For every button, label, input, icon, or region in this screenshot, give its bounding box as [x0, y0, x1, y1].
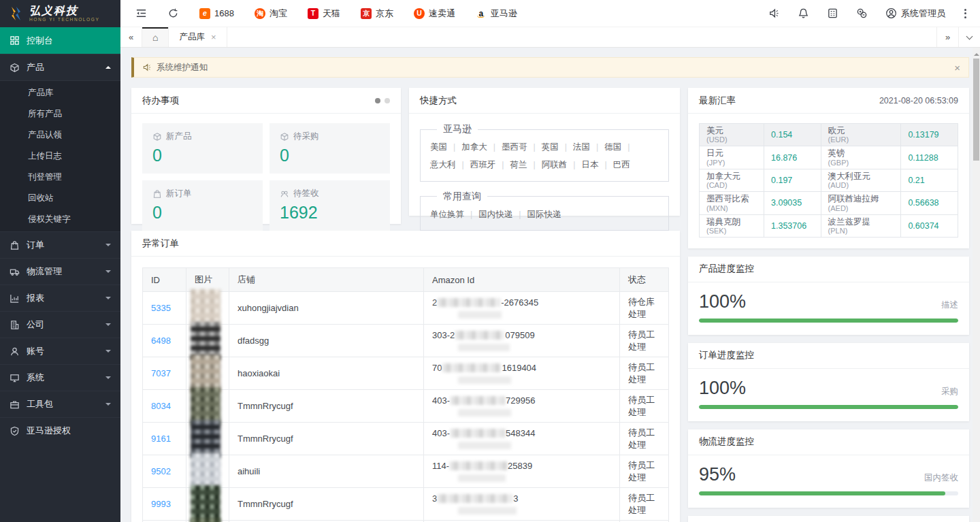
redacted-text [455, 331, 504, 340]
shortcut-link-us[interactable]: 美国 [430, 142, 461, 152]
shortcut-link-mx[interactable]: 墨西哥 [502, 142, 542, 152]
shortcut-link-br[interactable]: 巴西 [613, 160, 630, 169]
sidebar-item-toolkit[interactable]: 工具包 [0, 391, 120, 417]
main-area: e 1688 淘 淘宝 T 天猫 京 京东 U 速卖通 a 亚马逊 [120, 0, 980, 522]
sidebar-item-amazon-auth[interactable]: 亚马逊授权 [0, 417, 120, 444]
marketplace-link-tmall[interactable]: T 天猫 [308, 7, 340, 20]
sidebar-item-accounts[interactable]: 账号 [0, 338, 120, 364]
redacted-text [458, 442, 511, 449]
table-row: 6498 dfadsgg 303-2079509 待员工处理 [143, 325, 669, 357]
chevron-down-icon [105, 297, 111, 302]
order-id-link[interactable]: 8034 [151, 401, 171, 411]
shortcut-link-fr[interactable]: 法国 [573, 142, 604, 152]
shortcut-link-domestic-express[interactable]: 国内快递 [478, 210, 527, 219]
announcement-icon [142, 63, 152, 72]
tabs-scroll-right[interactable]: » [936, 27, 958, 47]
scrollbar-up-arrow-icon[interactable] [974, 50, 979, 56]
rates-card-title: 最新汇率 [699, 95, 736, 107]
refresh-icon[interactable] [167, 7, 179, 19]
user-menu[interactable]: 系统管理员 [885, 7, 945, 20]
carousel-dot-active[interactable] [375, 98, 380, 103]
submenu-item-recycle-bin[interactable]: 回收站 [0, 188, 120, 209]
announcement-icon[interactable] [768, 7, 780, 19]
app-logo[interactable]: 弘义科技 HONG YI TECHNOLOGY [0, 0, 120, 27]
submenu-item-infringing-keywords[interactable]: 侵权关键字 [0, 209, 120, 230]
marketplace-link-aliexpress[interactable]: U 速卖通 [414, 7, 455, 20]
order-id-link[interactable]: 7037 [151, 368, 171, 378]
order-status: 待员工处理 [628, 460, 655, 483]
order-id-link[interactable]: 9993 [151, 499, 171, 509]
currency-exchange-icon[interactable] [856, 7, 868, 19]
order-id-link[interactable]: 6498 [151, 336, 171, 346]
tabbar: « ⌂ 产品库 × » [120, 27, 980, 48]
todo-tile-new-order[interactable]: 新订单 0 [142, 180, 263, 231]
bell-icon[interactable] [798, 7, 809, 19]
submenu-item-product-library[interactable]: 产品库 [0, 82, 120, 103]
tabs-menu-toggle[interactable] [958, 27, 980, 47]
redacted-text [458, 474, 506, 482]
order-id-link[interactable]: 5335 [151, 303, 171, 313]
carousel-dot[interactable] [385, 98, 390, 103]
shortcut-link-de[interactable]: 德国 [604, 142, 636, 152]
tile-label-text: 新产品 [166, 131, 192, 142]
todo-tile-new-product[interactable]: 新产品 0 [142, 123, 263, 174]
collapse-sidebar-icon[interactable] [135, 7, 147, 19]
shortcut-link-es[interactable]: 西班牙 [470, 160, 510, 169]
order-status: 待员工处理 [628, 362, 655, 385]
todo-tile-to-purchase[interactable]: 待采购 0 [270, 123, 390, 174]
progress-percent: 95% [699, 464, 736, 485]
order-status: 待员工处理 [628, 493, 655, 515]
redacted-text [458, 311, 502, 319]
marketplace-link-taobao[interactable]: 淘 淘宝 [255, 7, 287, 20]
calculator-icon[interactable] [827, 7, 838, 19]
rate-row: 日元(JPY) 16.876 英镑(GBP) 0.11288 [700, 146, 958, 169]
building-icon [10, 320, 20, 330]
sidebar-item-orders[interactable]: 订单 [0, 231, 120, 258]
marketplace-link-amazon[interactable]: a 亚马逊 [476, 7, 517, 20]
chevron-down-icon [966, 33, 973, 39]
redacted-text [438, 494, 512, 503]
shortcut-link-international-express[interactable]: 国际快递 [527, 210, 561, 219]
marketplace-label: 速卖通 [429, 7, 455, 20]
sidebar-item-product[interactable]: 产品 [0, 54, 120, 80]
shortcut-link-jp[interactable]: 日本 [582, 160, 613, 169]
shortcut-link-it[interactable]: 意大利 [430, 160, 470, 169]
shortcut-link-unit-conversion[interactable]: 单位换算 [430, 210, 478, 219]
order-id-link[interactable]: 9502 [151, 466, 171, 476]
sidebar-item-console[interactable]: 控制台 [0, 27, 120, 54]
currency-name: 阿联酋迪拉姆 [828, 194, 894, 203]
marketplace-link-jd[interactable]: 京 京东 [361, 7, 393, 20]
sidebar-item-reports[interactable]: 报表 [0, 284, 120, 311]
chevron-down-icon [105, 270, 111, 276]
shortcut-link-uk[interactable]: 英国 [542, 142, 573, 152]
scrollbar[interactable] [973, 48, 980, 522]
amazon-id: 403-729956 [432, 395, 611, 406]
shortcut-link-ae[interactable]: 阿联酋 [542, 160, 582, 169]
notice-close-icon[interactable]: × [954, 62, 960, 74]
todo-tile-to-receive[interactable]: 待签收 1692 [270, 180, 390, 231]
more-icon[interactable] [963, 7, 968, 20]
tab-product-library[interactable]: 产品库 × [169, 27, 227, 47]
orders-card-title: 异常订单 [142, 238, 179, 250]
order-id-link[interactable]: 9161 [151, 434, 171, 444]
marketplace-link-1688[interactable]: e 1688 [199, 8, 234, 19]
submenu-item-listing-management[interactable]: 刊登管理 [0, 167, 120, 188]
submenu-item-upload-log[interactable]: 上传日志 [0, 146, 120, 167]
tabs-scroll-left[interactable]: « [120, 27, 142, 47]
product-image[interactable] [191, 518, 220, 522]
home-tab[interactable]: ⌂ [142, 27, 169, 47]
scrollbar-thumb[interactable] [973, 59, 979, 161]
sidebar-item-company[interactable]: 公司 [0, 311, 120, 338]
sidebar-item-logistics[interactable]: 物流管理 [0, 258, 120, 284]
submenu-item-product-claim[interactable]: 产品认领 [0, 125, 120, 146]
tab-close-icon[interactable]: × [211, 33, 216, 42]
sidebar-item-system[interactable]: 系统 [0, 364, 120, 391]
shortcut-link-nl[interactable]: 荷兰 [510, 160, 542, 169]
shortcut-link-ca[interactable]: 加拿大 [461, 142, 502, 152]
sidebar-item-label: 物流管理 [27, 265, 62, 278]
rate-value: 16.876 [771, 153, 797, 163]
shop-name: TmmnRrycugf [238, 434, 293, 444]
rate-value: 0.11288 [908, 153, 938, 163]
submenu-item-all-products[interactable]: 所有产品 [0, 103, 120, 125]
product-image[interactable] [191, 485, 220, 522]
